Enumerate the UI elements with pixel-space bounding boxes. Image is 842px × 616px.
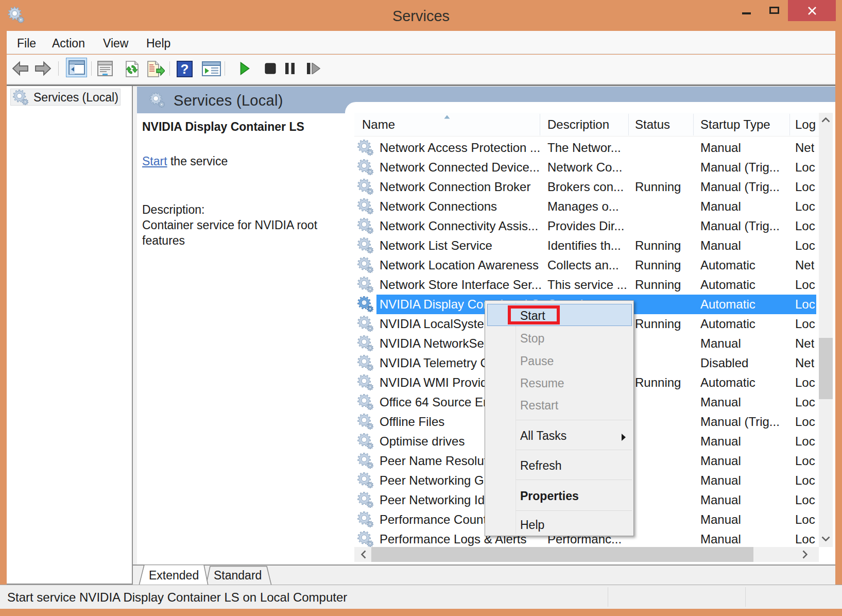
svg-text:?: ? bbox=[181, 61, 189, 77]
